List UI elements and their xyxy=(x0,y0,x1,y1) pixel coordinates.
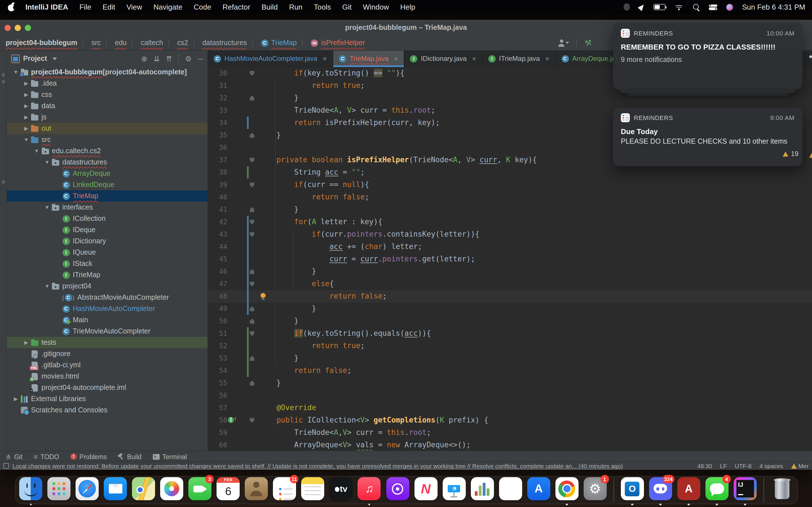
panel-settings-icon[interactable]: ⚙ xyxy=(185,54,192,63)
tree-item-itriemap[interactable]: IITrieMap xyxy=(7,269,207,281)
tree-item-src[interactable]: ▼src xyxy=(7,134,207,145)
tree-chevron-right-icon[interactable]: ▶ xyxy=(22,126,30,131)
fold-marker-icon[interactable] xyxy=(249,154,255,166)
code-line-58[interactable]: 58I↑ public ICollection<V> getCompletion… xyxy=(208,414,812,427)
dock-app-pages[interactable]: ✎ xyxy=(499,477,522,503)
tree-chevron-right-icon[interactable]: ▶ xyxy=(12,396,20,402)
tree-item--idea[interactable]: ▶.idea xyxy=(7,78,207,89)
dock-app-discord[interactable]: 324 xyxy=(649,477,672,503)
breadcrumb-isPrefixHelper[interactable]: misPrefixHelper xyxy=(311,39,365,47)
code-line-53[interactable]: 53 } xyxy=(208,352,812,364)
menu-app-name[interactable]: IntelliJ IDEA xyxy=(20,0,74,14)
menu-item-refactor[interactable]: Refactor xyxy=(217,0,256,14)
breadcrumb-TrieMap[interactable]: CTrieMap xyxy=(261,39,297,47)
fold-marker-icon[interactable] xyxy=(249,203,255,216)
dock-app-facetime[interactable]: 3 xyxy=(189,477,212,503)
code-line-54[interactable]: 54 return false; xyxy=(208,364,812,377)
status-event-icon[interactable] xyxy=(3,463,9,469)
tree-item-out[interactable]: ▶out xyxy=(7,123,207,134)
menu-item-git[interactable]: Git xyxy=(337,0,357,14)
tab-itriemap.java[interactable]: IITrieMap.java✕ xyxy=(483,51,556,66)
tree-chevron-down-icon[interactable]: ▼ xyxy=(12,69,20,75)
dock-app-keynote[interactable] xyxy=(442,477,465,503)
dock-app-settings[interactable]: ⚙1 xyxy=(583,477,606,503)
notification-card-pizza[interactable]: REMINDERS 10:00 AM REMEMBER TO GO TO PIZ… xyxy=(613,23,802,90)
status-message[interactable]: Local changes were not restored: Before … xyxy=(12,462,689,469)
tool-window-button-build[interactable]: Build xyxy=(118,453,142,460)
tree-item-triemovieautocompleter[interactable]: CTrieMovieAutoCompleter xyxy=(7,326,207,337)
fold-marker-icon[interactable] xyxy=(249,302,255,315)
build-hammer-icon[interactable]: ⚒ xyxy=(584,38,593,48)
tree-chevron-down-icon[interactable]: ▼ xyxy=(33,148,41,154)
menu-clock[interactable]: Sun Feb 6 4:31 PM xyxy=(742,3,805,11)
tree-item-iqueue[interactable]: IIQueue xyxy=(7,247,207,258)
tree-item-tests[interactable]: ▶tests xyxy=(7,337,207,348)
menu-item-run[interactable]: Run xyxy=(283,0,308,14)
merge-warning[interactable]: Mer xyxy=(791,462,809,469)
fold-marker-icon[interactable] xyxy=(249,67,255,79)
fold-marker-icon[interactable] xyxy=(249,129,255,142)
user-profile-icon[interactable] xyxy=(558,39,565,47)
tree-item-idictionary[interactable]: IIDictionary xyxy=(7,235,207,247)
search-icon[interactable] xyxy=(693,3,700,11)
indent-indicator[interactable]: 4 spaces xyxy=(760,462,783,469)
caret-position[interactable]: 48:30 xyxy=(697,462,712,469)
dock-app-tv[interactable]: tv xyxy=(329,477,353,503)
dock-app-numbers[interactable] xyxy=(470,477,494,503)
fold-marker-icon[interactable] xyxy=(249,228,255,240)
tree-item-project04[interactable]: ▼project04 xyxy=(7,281,207,292)
menu-item-navigate[interactable]: Navigate xyxy=(148,0,188,14)
code-line-43[interactable]: 43 if(curr.pointers.containsKey(letter))… xyxy=(208,228,812,240)
breadcrumb-src[interactable]: src xyxy=(91,39,101,47)
tree-item-project04-bubblegum[interactable]: ▼project04-bubblegum [project04-autocomp… xyxy=(7,66,207,78)
tree-item-main[interactable]: CMain xyxy=(7,314,207,326)
dock-app-maps[interactable] xyxy=(132,477,155,503)
menu-item-help[interactable]: Help xyxy=(395,0,421,14)
expand-all-button[interactable]: ⇊ xyxy=(154,54,160,63)
tool-window-button-problems[interactable]: !Problems xyxy=(70,453,107,460)
tree-chevron-right-icon[interactable]: ▶ xyxy=(22,80,30,86)
code-line-39[interactable]: 39 if(curr == null){ xyxy=(208,179,812,191)
notification-more-count[interactable]: 9 more notifications xyxy=(621,56,795,64)
locate-arrow-icon[interactable] xyxy=(638,3,646,11)
tab-idictionary.java[interactable]: IIDictionary.java✕ xyxy=(405,51,483,66)
dock-app-outlook[interactable]: O xyxy=(620,477,644,503)
code-line-38[interactable]: 38 String acc = ""; xyxy=(208,166,812,179)
control-center-icon[interactable] xyxy=(709,4,717,10)
code-line-56[interactable]: 56 xyxy=(208,389,812,402)
tree-chevron-right-icon[interactable]: ▶ xyxy=(22,340,30,345)
back-arrow-icon[interactable]: ⬅ xyxy=(809,52,812,61)
code-line-42[interactable]: 42 for(A letter : key){ xyxy=(208,216,812,228)
fold-marker-icon[interactable] xyxy=(249,92,255,104)
apple-menu-icon[interactable] xyxy=(8,3,15,11)
notification-card-due-today[interactable]: REMINDERS 9:00 AM Due Today PLEASE DO LE… xyxy=(613,108,802,166)
dock-app-safari[interactable] xyxy=(75,477,99,503)
dock-app-launchpad[interactable] xyxy=(47,477,70,503)
tab-triemap.java[interactable]: CTrieMap.java✕ xyxy=(333,51,405,66)
close-window-button[interactable] xyxy=(4,24,11,31)
dock-app-mail[interactable] xyxy=(104,477,127,503)
tree-item-ideque[interactable]: IIDeque xyxy=(7,224,207,235)
breadcrumb-edu[interactable]: edu xyxy=(115,39,127,47)
dock-app-calendar[interactable]: FEB6 xyxy=(217,477,240,503)
wifi-icon[interactable] xyxy=(674,4,683,10)
dock-app-reminders[interactable]: 11 xyxy=(273,477,296,503)
tool-window-button-todo[interactable]: ≡TODO xyxy=(34,453,59,460)
menu-item-edit[interactable]: Edit xyxy=(97,0,121,14)
siri-icon[interactable] xyxy=(726,4,733,10)
tree-item-linkeddeque[interactable]: CLinkedDeque xyxy=(7,179,207,190)
tree-item-icollection[interactable]: IICollection xyxy=(7,213,207,224)
tree-chevron-down-icon[interactable]: ▼ xyxy=(43,159,51,165)
tree-item-abstractmovieautocompleter[interactable]: (C)AbstractMovieAutoCompleter xyxy=(7,292,207,303)
fold-marker-icon[interactable] xyxy=(249,265,255,278)
tab-hashmovieautocompleter.java[interactable]: CHashMovieAutoCompleter.java✕ xyxy=(208,51,333,66)
close-tab-icon[interactable]: ✕ xyxy=(545,55,550,62)
inspections-widget[interactable]: 19 xyxy=(782,150,799,158)
dock-app-finder[interactable] xyxy=(19,477,42,503)
code-line-57[interactable]: 57 @Override xyxy=(208,402,812,414)
dock-app-trash[interactable] xyxy=(771,477,794,503)
tree-item-edu-caltech-cs2[interactable]: ▼edu.caltech.cs2 xyxy=(7,145,207,157)
code-line-47[interactable]: 47 else{ xyxy=(208,278,812,290)
tree-item-data[interactable]: ▶data xyxy=(7,100,207,112)
menu-item-file[interactable]: File xyxy=(74,0,97,14)
